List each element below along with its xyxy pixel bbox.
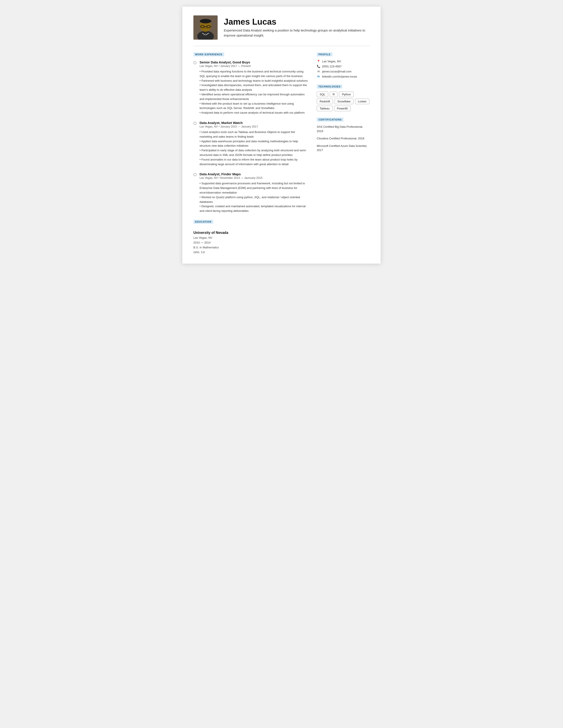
- right-column: PROFILE 📍 Las Vegas, NV 📞 (555) 123-4567…: [317, 52, 370, 255]
- tech-r: R: [330, 92, 337, 97]
- job-content-1: Senior Data Analyst, Good Buys Las Vegas…: [200, 60, 308, 115]
- header-text: James Lucas Experienced Data Analyst see…: [224, 17, 370, 38]
- email-icon: ✉: [317, 70, 320, 73]
- job-bullet-1: [193, 61, 196, 64]
- education-section: EDUCATION University of Nevada Las Vegas…: [193, 220, 308, 255]
- profile-phone-text: (555) 123-4567: [322, 65, 342, 68]
- certifications-label: CERTIFICATIONS: [317, 118, 343, 122]
- technologies-section: TECHNOLOGIES SQL R Python Redshift Snowf…: [317, 84, 370, 111]
- job-title-1: Senior Data Analyst, Good Buys: [200, 60, 308, 64]
- job-meta-3: Las Vegas, NV • November 2014 — Jaunuary…: [200, 176, 308, 179]
- job-item-3: Data Analyst, Finder Maps Las Vegas, NV …: [193, 172, 308, 213]
- profile-location: 📍 Las Vegas, NV: [317, 59, 370, 63]
- job-content-3: Data Analyst, Finder Maps Las Vegas, NV …: [200, 172, 308, 213]
- job-desc-2: • Used analytics tools such as Tableau a…: [200, 130, 308, 166]
- job-item-2: Data Analyst, Market Watch Las Vegas, NV…: [193, 121, 308, 166]
- job-bullet-2: [193, 122, 196, 125]
- resume-container: James Lucas Experienced Data Analyst see…: [182, 7, 381, 264]
- job-bullet-3: [193, 173, 196, 176]
- job-item-1: Senior Data Analyst, Good Buys Las Vegas…: [193, 60, 308, 115]
- tech-tableau: Tableau: [317, 106, 333, 111]
- svg-rect-10: [205, 33, 206, 36]
- job-title-3: Data Analyst, Finder Maps: [200, 172, 308, 176]
- profile-email-text: james.lucas@mail.com: [322, 70, 352, 73]
- left-column: WORK EXPERIENCE Senior Data Analyst, Goo…: [193, 52, 308, 255]
- profile-label: PROFILE: [317, 52, 332, 56]
- header-section: James Lucas Experienced Data Analyst see…: [193, 15, 370, 40]
- profile-section: PROFILE 📍 Las Vegas, NV 📞 (555) 123-4567…: [317, 52, 370, 78]
- tech-snowflake: Snowflake: [335, 99, 354, 104]
- cert-2: Cloudera Certified Professional, 2018: [317, 136, 370, 141]
- job-title-2: Data Analyst, Market Watch: [200, 121, 308, 125]
- job-desc-3: • Supported data governance processes an…: [200, 181, 308, 213]
- technologies-label: TECHNOLOGIES: [317, 85, 342, 89]
- tech-python: Python: [339, 92, 354, 97]
- profile-email: ✉ james.lucas@mail.com: [317, 70, 370, 73]
- profile-phone: 📞 (555) 123-4567: [317, 65, 370, 68]
- tech-grid: SQL R Python Redshift Snowflake Looker T…: [317, 92, 370, 111]
- cert-3: Microsoft Certified Azure Data Scientist…: [317, 144, 370, 152]
- svg-point-9: [204, 27, 207, 29]
- edu-school: University of Nevada: [193, 231, 308, 235]
- job-meta-1: Las Vegas, NV • January 2017 — Present: [200, 65, 308, 68]
- avatar: [193, 15, 218, 40]
- candidate-summary: Experienced Data Analyst seeking a posit…: [224, 28, 370, 38]
- job-desc-1: • Provided data reporting functions to t…: [200, 69, 308, 115]
- candidate-name: James Lucas: [224, 17, 370, 27]
- edu-gpa: GPA: 3.6: [193, 250, 308, 255]
- svg-point-3: [200, 19, 211, 23]
- header-divider: [193, 46, 370, 46]
- job-meta-2: Las Vegas, NV • January 2015 — January 2…: [200, 125, 308, 128]
- edu-years: 2010 — 2014: [193, 240, 308, 245]
- linkedin-icon: in: [317, 75, 320, 78]
- location-icon: 📍: [317, 59, 320, 63]
- tech-looker: Looker: [355, 99, 370, 104]
- profile-linkedin-text: linkedin.com/in/james-lucas: [322, 75, 357, 78]
- profile-linkedin: in linkedin.com/in/james-lucas: [317, 75, 370, 78]
- tech-redshift: Redshift: [317, 99, 333, 104]
- work-experience-label: WORK EXPERIENCE: [193, 52, 224, 56]
- tech-sql: SQL: [317, 92, 328, 97]
- phone-icon: 📞: [317, 65, 320, 68]
- certifications-section: CERTIFICATIONS SAS Certified Big Data Pr…: [317, 117, 370, 152]
- edu-degree: B.S. in Mathematics: [193, 245, 308, 250]
- work-experience-section: WORK EXPERIENCE Senior Data Analyst, Goo…: [193, 52, 308, 213]
- education-label: EDUCATION: [193, 220, 213, 224]
- job-content-2: Data Analyst, Market Watch Las Vegas, NV…: [200, 121, 308, 166]
- profile-location-text: Las Vegas, NV: [322, 60, 341, 63]
- edu-location: Las Vegas, NV: [193, 235, 308, 240]
- main-content: WORK EXPERIENCE Senior Data Analyst, Goo…: [193, 52, 370, 255]
- cert-1: SAS Certified Big Data Professional, 201…: [317, 125, 370, 133]
- tech-powerbi: PowerBI: [334, 106, 351, 111]
